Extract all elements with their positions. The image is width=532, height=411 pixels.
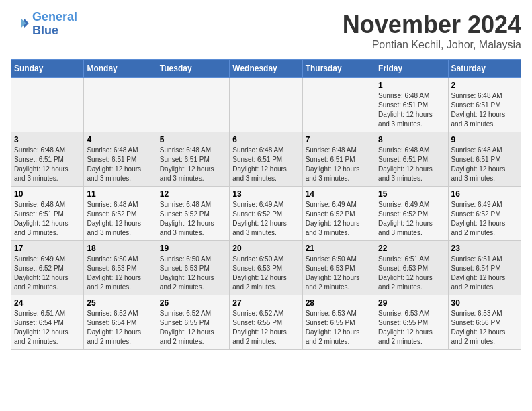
day-number: 16 [451, 189, 518, 199]
calendar-cell: 27Sunrise: 6:52 AM Sunset: 6:55 PM Dayli… [230, 295, 302, 350]
calendar-cell: 19Sunrise: 6:50 AM Sunset: 6:53 PM Dayli… [157, 241, 229, 295]
day-number: 14 [306, 189, 372, 199]
header-friday: Friday [375, 60, 448, 78]
calendar-header-row: SundayMondayTuesdayWednesdayThursdayFrid… [11, 60, 521, 78]
page-subtitle: Pontian Kechil, Johor, Malaysia [343, 39, 521, 51]
header-tuesday: Tuesday [157, 60, 229, 78]
day-number: 6 [232, 135, 299, 144]
day-detail: Sunrise: 6:49 AM Sunset: 6:52 PM Dayligh… [232, 200, 299, 238]
day-detail: Sunrise: 6:48 AM Sunset: 6:51 PM Dayligh… [378, 146, 445, 183]
day-number: 26 [160, 298, 226, 308]
calendar-cell: 15Sunrise: 6:49 AM Sunset: 6:52 PM Dayli… [375, 187, 448, 241]
calendar-cell: 6Sunrise: 6:48 AM Sunset: 6:51 PM Daylig… [230, 132, 302, 187]
day-number: 17 [14, 244, 81, 253]
calendar-cell: 25Sunrise: 6:52 AM Sunset: 6:54 PM Dayli… [84, 295, 157, 350]
day-number: 21 [306, 244, 372, 253]
calendar-cell: 7Sunrise: 6:48 AM Sunset: 6:51 PM Daylig… [302, 132, 375, 187]
day-number: 30 [451, 298, 518, 308]
day-number: 11 [87, 189, 153, 199]
day-detail: Sunrise: 6:52 AM Sunset: 6:55 PM Dayligh… [160, 309, 226, 347]
day-detail: Sunrise: 6:48 AM Sunset: 6:52 PM Dayligh… [160, 200, 226, 238]
day-number: 24 [14, 298, 81, 308]
day-number: 13 [232, 189, 299, 199]
day-detail: Sunrise: 6:50 AM Sunset: 6:53 PM Dayligh… [232, 255, 299, 292]
calendar-cell: 16Sunrise: 6:49 AM Sunset: 6:52 PM Dayli… [448, 187, 521, 241]
day-detail: Sunrise: 6:53 AM Sunset: 6:55 PM Dayligh… [378, 309, 445, 347]
day-detail: Sunrise: 6:48 AM Sunset: 6:51 PM Dayligh… [451, 91, 518, 129]
calendar-cell: 1Sunrise: 6:48 AM Sunset: 6:51 PM Daylig… [375, 78, 448, 132]
day-detail: Sunrise: 6:48 AM Sunset: 6:51 PM Dayligh… [451, 146, 518, 183]
calendar-cell: 18Sunrise: 6:50 AM Sunset: 6:53 PM Dayli… [84, 241, 157, 295]
calendar-cell: 13Sunrise: 6:49 AM Sunset: 6:52 PM Dayli… [230, 187, 302, 241]
day-number: 2 [451, 81, 518, 90]
day-number: 20 [232, 244, 299, 253]
day-number: 5 [160, 135, 226, 144]
day-detail: Sunrise: 6:52 AM Sunset: 6:54 PM Dayligh… [87, 309, 153, 347]
day-number: 22 [378, 244, 445, 253]
day-number: 12 [160, 189, 226, 199]
calendar-cell: 21Sunrise: 6:50 AM Sunset: 6:53 PM Dayli… [302, 241, 375, 295]
day-detail: Sunrise: 6:48 AM Sunset: 6:52 PM Dayligh… [87, 200, 153, 238]
day-detail: Sunrise: 6:51 AM Sunset: 6:53 PM Dayligh… [378, 255, 445, 292]
day-number: 15 [378, 189, 445, 199]
calendar-cell: 4Sunrise: 6:48 AM Sunset: 6:51 PM Daylig… [84, 132, 157, 187]
day-detail: Sunrise: 6:48 AM Sunset: 6:51 PM Dayligh… [87, 146, 153, 183]
calendar-cell: 26Sunrise: 6:52 AM Sunset: 6:55 PM Dayli… [157, 295, 229, 350]
calendar-cell: 8Sunrise: 6:48 AM Sunset: 6:51 PM Daylig… [375, 132, 448, 187]
calendar-week-row: 10Sunrise: 6:48 AM Sunset: 6:51 PM Dayli… [11, 187, 521, 241]
day-number: 3 [14, 135, 81, 144]
day-detail: Sunrise: 6:53 AM Sunset: 6:56 PM Dayligh… [451, 309, 518, 347]
calendar-cell: 9Sunrise: 6:48 AM Sunset: 6:51 PM Daylig… [448, 132, 521, 187]
day-number: 1 [378, 81, 445, 90]
calendar-week-row: 1Sunrise: 6:48 AM Sunset: 6:51 PM Daylig… [11, 78, 521, 132]
calendar-cell [11, 78, 84, 132]
day-number: 8 [378, 135, 445, 144]
page-title: November 2024 [343, 11, 521, 39]
day-detail: Sunrise: 6:48 AM Sunset: 6:51 PM Dayligh… [14, 146, 81, 183]
day-detail: Sunrise: 6:48 AM Sunset: 6:51 PM Dayligh… [160, 146, 226, 183]
day-detail: Sunrise: 6:49 AM Sunset: 6:52 PM Dayligh… [451, 200, 518, 238]
day-detail: Sunrise: 6:51 AM Sunset: 6:54 PM Dayligh… [14, 309, 81, 347]
calendar-cell: 12Sunrise: 6:48 AM Sunset: 6:52 PM Dayli… [157, 187, 229, 241]
day-detail: Sunrise: 6:49 AM Sunset: 6:52 PM Dayligh… [14, 255, 81, 292]
calendar-week-row: 3Sunrise: 6:48 AM Sunset: 6:51 PM Daylig… [11, 132, 521, 187]
day-detail: Sunrise: 6:50 AM Sunset: 6:53 PM Dayligh… [306, 255, 372, 292]
header-thursday: Thursday [302, 60, 375, 78]
calendar-week-row: 24Sunrise: 6:51 AM Sunset: 6:54 PM Dayli… [11, 295, 521, 350]
logo-icon [11, 15, 30, 34]
day-number: 7 [306, 135, 372, 144]
title-block: November 2024 Pontian Kechil, Johor, Mal… [343, 11, 521, 51]
day-detail: Sunrise: 6:50 AM Sunset: 6:53 PM Dayligh… [160, 255, 226, 292]
calendar-cell: 11Sunrise: 6:48 AM Sunset: 6:52 PM Dayli… [84, 187, 157, 241]
calendar-cell: 5Sunrise: 6:48 AM Sunset: 6:51 PM Daylig… [157, 132, 229, 187]
header-sunday: Sunday [11, 60, 84, 78]
day-detail: Sunrise: 6:51 AM Sunset: 6:54 PM Dayligh… [451, 255, 518, 292]
logo: General Blue [11, 11, 77, 38]
day-number: 4 [87, 135, 153, 144]
day-detail: Sunrise: 6:49 AM Sunset: 6:52 PM Dayligh… [306, 200, 372, 238]
day-detail: Sunrise: 6:49 AM Sunset: 6:52 PM Dayligh… [378, 200, 445, 238]
day-number: 27 [232, 298, 299, 308]
calendar-cell [230, 78, 302, 132]
calendar-cell: 2Sunrise: 6:48 AM Sunset: 6:51 PM Daylig… [448, 78, 521, 132]
calendar-cell: 20Sunrise: 6:50 AM Sunset: 6:53 PM Dayli… [230, 241, 302, 295]
logo-text: General Blue [32, 11, 77, 38]
day-detail: Sunrise: 6:48 AM Sunset: 6:51 PM Dayligh… [14, 200, 81, 238]
day-number: 9 [451, 135, 518, 144]
day-number: 29 [378, 298, 445, 308]
day-number: 10 [14, 189, 81, 199]
day-detail: Sunrise: 6:53 AM Sunset: 6:55 PM Dayligh… [306, 309, 372, 347]
calendar-cell: 30Sunrise: 6:53 AM Sunset: 6:56 PM Dayli… [448, 295, 521, 350]
calendar-cell [157, 78, 229, 132]
day-detail: Sunrise: 6:48 AM Sunset: 6:51 PM Dayligh… [232, 146, 299, 183]
calendar-cell: 10Sunrise: 6:48 AM Sunset: 6:51 PM Dayli… [11, 187, 84, 241]
day-detail: Sunrise: 6:48 AM Sunset: 6:51 PM Dayligh… [378, 91, 445, 129]
day-number: 25 [87, 298, 153, 308]
header-monday: Monday [84, 60, 157, 78]
calendar-cell: 28Sunrise: 6:53 AM Sunset: 6:55 PM Dayli… [302, 295, 375, 350]
header-saturday: Saturday [448, 60, 521, 78]
calendar-cell [302, 78, 375, 132]
day-detail: Sunrise: 6:52 AM Sunset: 6:55 PM Dayligh… [232, 309, 299, 347]
calendar-cell: 22Sunrise: 6:51 AM Sunset: 6:53 PM Dayli… [375, 241, 448, 295]
calendar-cell: 23Sunrise: 6:51 AM Sunset: 6:54 PM Dayli… [448, 241, 521, 295]
